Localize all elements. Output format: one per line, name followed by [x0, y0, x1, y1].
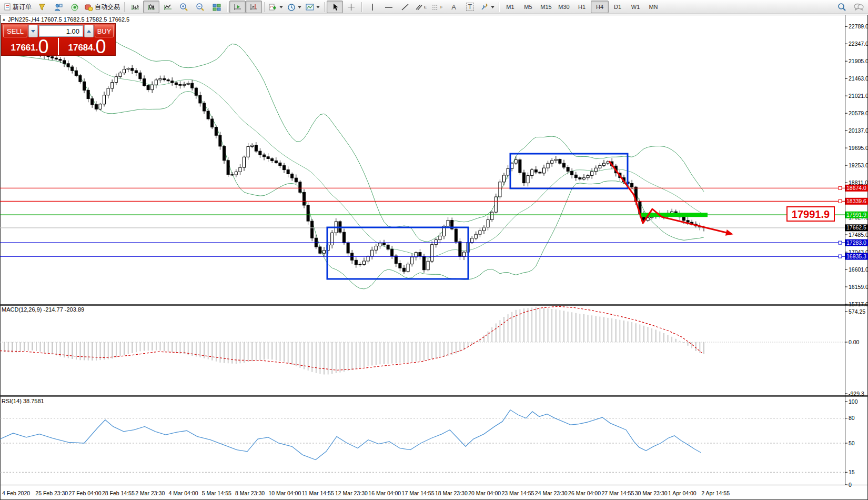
svg-text:21463.0: 21463.0 [849, 75, 868, 82]
timeframe-m5[interactable]: M5 [519, 1, 537, 13]
toolbar-separator [499, 2, 499, 12]
autotrading-button[interactable]: 自动交易 [83, 1, 122, 13]
timeframe-w1[interactable]: W1 [627, 1, 644, 13]
label-button[interactable]: T [462, 1, 478, 13]
buy-price[interactable]: 17684.0 [59, 38, 115, 55]
zoom-in-icon [179, 3, 188, 11]
timeframe-mn[interactable]: MN [644, 1, 662, 13]
time-label: 27 Mar 14:55 [601, 490, 634, 496]
timeframe-m15[interactable]: M15 [537, 1, 555, 13]
line-chart-icon [164, 3, 172, 11]
svg-text:-929.3: -929.3 [849, 391, 864, 397]
chart-canvas[interactable]: 17991.922789.022347.021905.021463.021021… [0, 0, 868, 500]
timeframe-d1[interactable]: D1 [609, 1, 627, 13]
bar-chart-button[interactable] [127, 1, 143, 13]
svg-text:0: 0 [849, 482, 852, 488]
svg-text:18339.6: 18339.6 [846, 198, 866, 204]
time-label: 18 Mar 23:30 [435, 490, 468, 496]
chat-button[interactable] [850, 1, 866, 13]
sell-price[interactable]: 17661.0 [2, 38, 59, 55]
time-axis: 4 Feb 202025 Feb 23:3027 Feb 04:0028 Feb… [2, 490, 730, 496]
tile-windows-button[interactable] [208, 1, 225, 13]
signal-icon [70, 3, 79, 11]
toolbar-separator [124, 2, 125, 12]
time-label: 5 Mar 14:55 [202, 490, 231, 496]
timeframe-m1[interactable]: M1 [501, 1, 519, 13]
arrows-button[interactable] [478, 1, 497, 13]
new-order-button[interactable]: 新订单 [2, 1, 34, 13]
resistance-highlight-bar[interactable] [641, 213, 708, 217]
vertical-line-icon [369, 3, 376, 11]
svg-text:19253.0: 19253.0 [849, 162, 868, 168]
time-label: 1 Apr 04:00 [668, 490, 697, 496]
templates-caret-icon [316, 6, 320, 8]
horizontal-line-button[interactable] [380, 1, 397, 13]
autotrading-label: 自动交易 [95, 3, 120, 12]
cursor-icon [331, 3, 339, 11]
toolbar: 新订单 自动交易 [0, 0, 868, 14]
trendline-button[interactable] [397, 1, 413, 13]
fibonacci-button[interactable]: F [429, 1, 446, 13]
svg-text:100: 100 [849, 398, 858, 405]
chart-shift-icon [250, 3, 258, 11]
time-label: 12 Mar 23:30 [335, 490, 368, 496]
svg-text:19695.0: 19695.0 [849, 145, 868, 151]
indicators-icon [269, 3, 277, 11]
svg-text:20579.0: 20579.0 [849, 110, 868, 116]
toolbar-separator [361, 2, 362, 12]
mql-button[interactable] [34, 1, 50, 13]
periods-button[interactable] [285, 1, 304, 13]
svg-text:80: 80 [849, 415, 855, 421]
timeframe-h4[interactable]: H4 [591, 1, 609, 13]
time-label: 17 Mar 14:55 [402, 490, 435, 496]
svg-text:16601.0: 16601.0 [849, 266, 868, 273]
signals-button[interactable] [66, 1, 83, 13]
volume-input[interactable] [39, 25, 83, 37]
time-label: 30 Mar 23:30 [635, 490, 668, 496]
volume-increase-button[interactable] [84, 25, 94, 37]
channel-icon [416, 4, 422, 11]
chart-symbol-title: JPN225-,H4 17607.5 17682.5 17582.5 17662… [8, 16, 129, 23]
indicators-button[interactable] [267, 1, 285, 13]
collapse-icon[interactable]: ▲ [2, 17, 6, 21]
zoom-out-button[interactable] [192, 1, 208, 13]
timeframe-h1[interactable]: H1 [573, 1, 591, 13]
cursor-button[interactable] [327, 1, 343, 13]
toolbar-separator [264, 2, 265, 12]
zoom-in-button[interactable] [176, 1, 192, 13]
spin-down-icon [31, 29, 35, 33]
time-label: 24 Mar 23:30 [535, 490, 568, 496]
level-handle[interactable] [839, 241, 842, 244]
candlestick-chart-button[interactable] [143, 1, 159, 13]
level-handle[interactable] [839, 255, 842, 258]
auto-scroll-button[interactable] [229, 1, 246, 13]
text-button[interactable]: A [446, 1, 462, 13]
bar-chart-icon [131, 3, 139, 11]
crosshair-button[interactable] [343, 1, 359, 13]
svg-text:17662.5: 17662.5 [846, 224, 866, 231]
svg-text:22789.0: 22789.0 [849, 23, 868, 29]
equidistant-channel-button[interactable]: E [413, 1, 429, 13]
level-handle[interactable] [839, 186, 842, 189]
search-button[interactable] [834, 1, 850, 13]
line-chart-button[interactable] [159, 1, 176, 13]
fibonacci-icon [432, 4, 439, 11]
one-click-trading-panel: SELL BUY 17661.0 17684.0 [1, 23, 116, 56]
time-label: 25 Feb 23:30 [35, 490, 68, 496]
toolbar-separator [227, 2, 227, 12]
arrows-caret-icon [491, 6, 494, 8]
clock-icon [287, 3, 296, 11]
timeframe-m30[interactable]: M30 [555, 1, 573, 13]
vertical-line-button[interactable] [364, 1, 380, 13]
level-handle[interactable] [839, 199, 842, 203]
market-button[interactable] [50, 1, 66, 13]
volume-decrease-button[interactable] [28, 25, 38, 37]
time-label: 4 Mar 04:00 [169, 490, 198, 496]
big-price-label[interactable]: 17991.9 [787, 207, 834, 221]
svg-text:16159.0: 16159.0 [849, 284, 868, 290]
text-icon: A [451, 3, 456, 11]
templates-button[interactable] [304, 1, 322, 13]
chart-shift-button[interactable] [246, 1, 262, 13]
user-chart-icon [54, 3, 63, 11]
sell-button[interactable]: SELL [3, 25, 27, 37]
